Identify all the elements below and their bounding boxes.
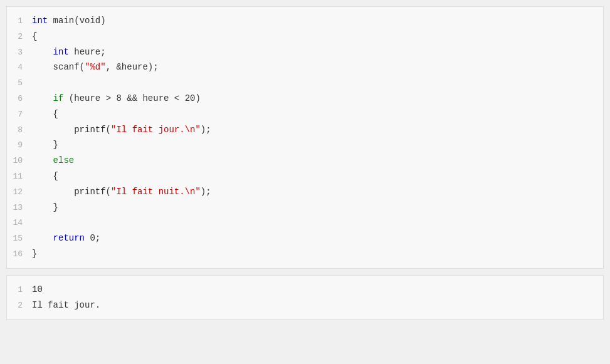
- token-normal: [32, 93, 53, 103]
- code-line: 13 }: [7, 200, 603, 216]
- token-normal: {: [32, 31, 37, 41]
- output-line: 2Il fait jour.: [7, 298, 603, 313]
- line-content: }: [32, 247, 37, 261]
- code-line: 7 {: [7, 107, 603, 122]
- output-line-content: 10: [32, 283, 43, 296]
- line-content: int heure;: [32, 45, 106, 59]
- code-line: 5: [7, 75, 603, 91]
- token-kw-type: int: [32, 16, 48, 26]
- token-string: "%d": [85, 62, 106, 72]
- token-normal: {: [32, 171, 58, 181]
- token-normal: , &heure);: [106, 62, 159, 72]
- token-kw-control: if: [53, 93, 64, 103]
- token-string: "Il fait jour.\n": [111, 125, 201, 135]
- token-normal: [32, 233, 53, 243]
- token-normal: 0;: [85, 233, 100, 243]
- token-normal: main(void): [48, 16, 105, 26]
- code-line: 4 scanf("%d", &heure);: [7, 60, 603, 75]
- line-number: 2: [7, 31, 32, 44]
- line-content: }: [32, 200, 58, 214]
- code-line: 16}: [7, 246, 603, 262]
- code-line: 3 int heure;: [7, 44, 603, 60]
- line-content: {: [32, 107, 58, 121]
- code-line: 2{: [7, 29, 603, 44]
- token-normal: heure;: [69, 47, 106, 57]
- token-kw-type: int: [53, 47, 69, 57]
- line-content: {: [32, 29, 37, 43]
- token-string: "Il fait nuit.\n": [111, 187, 201, 197]
- token-normal: [32, 155, 53, 165]
- line-content: else: [32, 153, 74, 167]
- line-number: 7: [7, 108, 32, 122]
- token-normal: scanf(: [32, 62, 85, 72]
- line-number: 4: [7, 61, 32, 75]
- line-number: 5: [7, 77, 32, 90]
- output-line-number: 2: [7, 299, 32, 313]
- line-number: 15: [7, 232, 32, 246]
- code-line: 9 }: [7, 137, 603, 153]
- token-normal: }: [32, 140, 58, 150]
- line-number: 1: [7, 15, 32, 28]
- code-line: 15 return 0;: [7, 231, 603, 246]
- line-content: if (heure > 8 && heure < 20): [32, 91, 201, 105]
- token-normal: }: [32, 202, 58, 212]
- line-number: 8: [7, 124, 32, 137]
- line-content: [32, 216, 37, 229]
- output-container: 1102Il fait jour.: [6, 275, 604, 320]
- line-content: }: [32, 138, 58, 152]
- token-normal: (heure > 8 && heure < 20): [63, 93, 200, 103]
- line-content: printf("Il fait nuit.\n");: [32, 185, 211, 199]
- code-line: 6 if (heure > 8 && heure < 20): [7, 91, 603, 107]
- code-line: 8 printf("Il fait jour.\n");: [7, 122, 603, 138]
- code-container: 1int main(void)2{3 int heure;4 scanf("%d…: [6, 6, 604, 269]
- line-content: return 0;: [32, 231, 100, 245]
- output-line: 110: [7, 282, 603, 298]
- line-content: [32, 76, 37, 90]
- code-line: 14: [7, 215, 603, 231]
- line-number: 9: [7, 139, 32, 152]
- line-number: 6: [7, 93, 32, 106]
- token-normal: printf(: [32, 187, 111, 197]
- token-normal: );: [201, 187, 211, 197]
- line-number: 3: [7, 46, 32, 60]
- code-line: 11 {: [7, 169, 603, 184]
- token-normal: [32, 47, 53, 57]
- token-normal: printf(: [32, 125, 111, 135]
- token-kw-control: else: [53, 155, 75, 165]
- line-number: 11: [7, 170, 32, 184]
- line-content: {: [32, 169, 58, 183]
- output-line-content: Il fait jour.: [32, 298, 100, 312]
- line-number: 10: [7, 155, 32, 168]
- line-number: 14: [7, 217, 32, 230]
- line-content: printf("Il fait jour.\n");: [32, 123, 211, 137]
- output-line-number: 1: [7, 284, 32, 297]
- code-line: 1int main(void): [7, 13, 603, 29]
- line-content: int main(void): [32, 14, 106, 28]
- line-number: 13: [7, 202, 32, 215]
- token-kw-return: return: [53, 233, 85, 243]
- line-number: 12: [7, 186, 32, 199]
- line-number: 16: [7, 248, 32, 261]
- line-content: scanf("%d", &heure);: [32, 60, 159, 74]
- token-normal: {: [32, 109, 58, 119]
- code-line: 10 else: [7, 153, 603, 169]
- token-normal: }: [32, 249, 37, 259]
- code-line: 12 printf("Il fait nuit.\n");: [7, 184, 603, 200]
- token-normal: );: [201, 125, 211, 135]
